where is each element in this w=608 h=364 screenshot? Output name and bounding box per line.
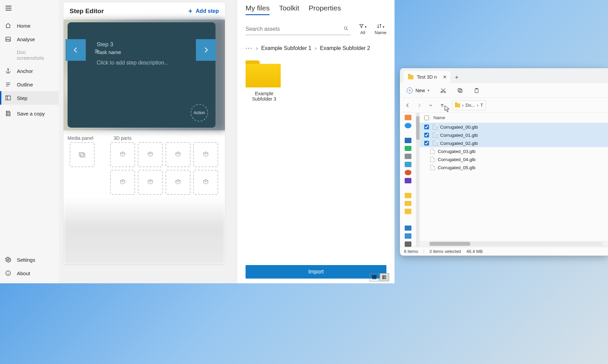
sidebar-item-about[interactable]: About — [0, 266, 59, 280]
explorer-nav-bar: › Do... › T — [400, 98, 608, 113]
filter-button[interactable]: ▾ All — [359, 23, 366, 35]
file-row[interactable]: Corrugated_02.glb — [420, 139, 608, 147]
media-slot[interactable] — [70, 142, 95, 167]
step-editor-title: Step Editor — [70, 7, 104, 15]
address-segment[interactable]: Do... — [465, 103, 475, 108]
up-icon[interactable] — [438, 103, 446, 108]
horizontal-scrollbar[interactable] — [420, 241, 608, 247]
sidebar-item-settings[interactable]: Settings — [0, 253, 59, 266]
network-icon[interactable] — [405, 233, 411, 239]
sidebar-item-label: Settings — [17, 257, 35, 263]
step-description-placeholder[interactable]: Click to add step description... — [97, 60, 205, 66]
hamburger-icon[interactable] — [5, 5, 12, 11]
quick-scrollbar[interactable] — [416, 113, 420, 247]
this-pc-icon[interactable] — [405, 226, 411, 231]
music-icon[interactable] — [405, 170, 411, 175]
folder-label: Example Subfolder 3 — [246, 91, 283, 102]
sidebar-item-outline[interactable]: Outline — [0, 78, 59, 91]
part-slot[interactable] — [166, 142, 191, 167]
step-editor-card: Step Editor + Add step — [64, 3, 225, 264]
part-slot[interactable] — [138, 142, 163, 167]
explorer-tab[interactable]: Test 3D n ✕ — [403, 71, 450, 83]
column-header[interactable]: Name — [420, 113, 608, 123]
import-button[interactable]: Import — [246, 265, 386, 279]
search-icon[interactable] — [344, 26, 349, 31]
selection-size: 46.4 MB — [466, 249, 483, 254]
forward-icon[interactable] — [415, 103, 423, 108]
breadcrumb-item[interactable]: Example Subfolder 1 — [261, 45, 311, 51]
home-icon[interactable] — [405, 115, 411, 120]
home-icon — [5, 22, 11, 29]
tab-properties[interactable]: Properties — [309, 4, 341, 15]
search-assets-input[interactable] — [246, 23, 351, 35]
chevron-down-icon[interactable] — [427, 103, 434, 108]
part-slot[interactable] — [110, 170, 135, 195]
sidebar-item-label: Analyse — [17, 36, 35, 42]
cut-icon[interactable] — [440, 87, 446, 94]
documents-icon[interactable] — [405, 154, 411, 159]
tab-my-files[interactable]: My files — [246, 4, 270, 15]
folder-icon[interactable] — [405, 209, 411, 214]
action-button[interactable]: Action — [191, 104, 208, 122]
desktop-icon[interactable] — [405, 138, 411, 143]
sidebar-item-analyse[interactable]: Analyse — [0, 32, 59, 46]
tab-toolkit[interactable]: Toolkit — [279, 4, 299, 15]
svg-rect-5 — [79, 153, 84, 156]
folder-item[interactable]: Example Subfolder 3 — [246, 60, 283, 102]
copy-icon[interactable] — [457, 87, 463, 94]
breadcrumb-item[interactable]: Example Subfolder 2 — [320, 45, 370, 51]
add-step-label: Add step — [196, 8, 219, 14]
folder-icon[interactable] — [405, 193, 411, 198]
file-row[interactable]: Corrugated_01.glb — [420, 131, 608, 139]
name-column-label[interactable]: Name — [433, 115, 445, 120]
sort-button[interactable]: ▾ Name — [375, 23, 386, 35]
sidebar-item-home[interactable]: Home — [0, 19, 59, 32]
file-checkbox[interactable] — [424, 125, 429, 129]
pictures-icon[interactable] — [405, 162, 411, 167]
videos-icon[interactable] — [405, 178, 411, 183]
part-slot[interactable] — [110, 142, 135, 167]
paste-icon[interactable] — [474, 87, 479, 94]
next-step-button[interactable] — [196, 39, 216, 61]
linux-icon[interactable] — [405, 241, 411, 247]
folder-icon[interactable] — [405, 201, 411, 206]
sidebar-item-doc-screenshots[interactable]: Doc screenshots — [0, 46, 59, 64]
new-button[interactable]: + New ▾ — [407, 87, 429, 94]
select-all-checkbox[interactable] — [424, 115, 429, 120]
task-name-label[interactable]: Task name — [97, 49, 205, 55]
file-row[interactable]: Corrugated_00.glb — [420, 123, 608, 131]
list-view-button[interactable] — [380, 273, 389, 281]
part-slot[interactable] — [138, 170, 163, 195]
file-checkbox[interactable] — [424, 133, 429, 137]
onedrive-icon[interactable] — [405, 123, 411, 128]
close-tab-icon[interactable]: ✕ — [443, 74, 447, 80]
part-slot[interactable] — [193, 170, 218, 195]
item-count: 6 items — [404, 249, 418, 254]
sidebar-item-anchor[interactable]: Anchor — [0, 64, 59, 78]
sidebar-item-step[interactable]: Step — [0, 91, 59, 105]
file-icon — [430, 149, 435, 154]
part-slot[interactable] — [193, 142, 218, 167]
chevron-right-icon: › — [477, 103, 478, 108]
file-row[interactable]: Corrugated_03.glb — [420, 147, 608, 155]
address-bar[interactable]: › Do... › T — [452, 100, 486, 110]
add-step-button[interactable]: + Add step — [188, 8, 219, 15]
file-checkbox[interactable] — [424, 141, 429, 146]
breadcrumb-overflow[interactable]: ··· — [246, 45, 253, 52]
previous-step-button[interactable] — [66, 39, 86, 61]
file-row[interactable]: Corrugated_04.glb — [420, 155, 608, 163]
back-icon[interactable] — [404, 103, 411, 108]
downloads-icon[interactable] — [405, 146, 411, 151]
breadcrumb: ··· › Example Subfolder 1 › Example Subf… — [246, 45, 386, 52]
step-number-label[interactable]: Step 3 — [97, 41, 205, 48]
part-slot[interactable] — [166, 170, 191, 195]
step-icon — [5, 95, 11, 101]
address-segment[interactable]: T — [480, 103, 483, 108]
parts-bin — [110, 142, 218, 195]
asset-tabs: My files Toolkit Properties — [246, 4, 386, 15]
new-tab-button[interactable]: ＋ — [450, 71, 463, 83]
grid-view-button[interactable] — [370, 273, 379, 281]
file-row[interactable]: Corrugated_05.glb — [420, 163, 608, 172]
guides-app-window: Home Analyse Doc screenshots Anchor — [0, 0, 395, 283]
sidebar-item-save-copy[interactable]: Save a copy — [0, 107, 59, 120]
